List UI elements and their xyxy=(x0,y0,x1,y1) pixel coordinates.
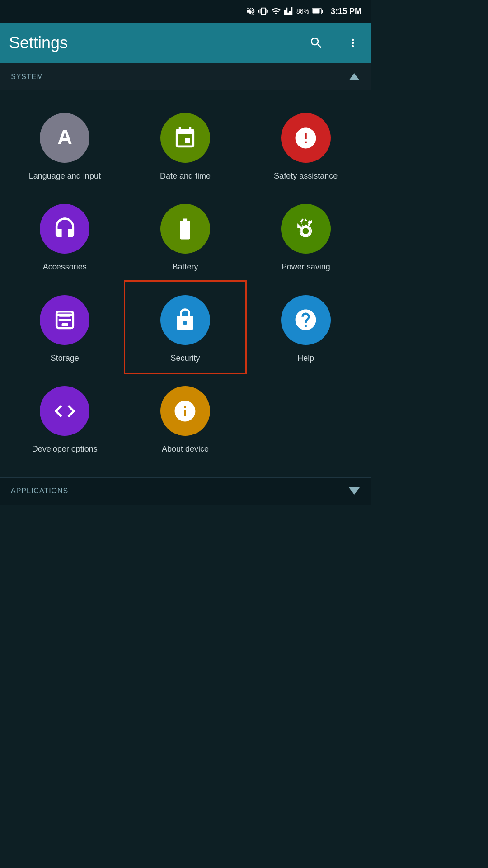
help-label: Help xyxy=(297,353,314,363)
developer-options-label: Developer options xyxy=(32,444,98,454)
status-bar: 86% 3:15 PM xyxy=(0,0,371,23)
page-title: Settings xyxy=(9,33,68,52)
power-saving-icon-circle xyxy=(281,204,331,254)
search-button[interactable] xyxy=(307,33,326,52)
grid-item-help[interactable]: Help xyxy=(245,282,366,373)
safety-assistance-icon-circle xyxy=(281,113,331,163)
power-saving-label: Power saving xyxy=(282,262,330,272)
system-collapse-icon xyxy=(349,73,360,80)
storage-label: Storage xyxy=(51,353,79,363)
signal-icon xyxy=(284,6,294,16)
applications-expand-icon xyxy=(349,487,360,495)
developer-options-icon-circle xyxy=(40,386,89,436)
svg-text:A: A xyxy=(57,126,72,149)
security-icon-circle xyxy=(160,295,210,345)
battery-icon xyxy=(312,7,324,15)
accessories-label: Accessories xyxy=(43,262,87,272)
wifi-icon xyxy=(271,6,281,16)
system-section-label: SYSTEM xyxy=(11,73,43,81)
grid-item-storage[interactable]: Storage xyxy=(5,282,125,373)
search-icon xyxy=(309,36,324,50)
vibrate-icon xyxy=(258,6,268,16)
grid-item-accessories[interactable]: Accessories xyxy=(5,190,125,281)
app-header: Settings xyxy=(0,23,371,63)
grid-item-about-device[interactable]: About device xyxy=(125,373,246,463)
svg-rect-1 xyxy=(312,9,319,14)
grid-item-language-input[interactable]: ALanguage and input xyxy=(5,99,125,190)
date-time-label: Date and time xyxy=(160,171,211,181)
grid-item-developer-options[interactable]: Developer options xyxy=(5,373,125,463)
security-label: Security xyxy=(170,353,200,363)
grid-item-power-saving[interactable]: Power saving xyxy=(245,190,366,281)
svg-rect-4 xyxy=(304,140,308,141)
battery-icon-circle xyxy=(160,204,210,254)
header-divider xyxy=(335,34,335,52)
svg-rect-6 xyxy=(59,315,71,317)
svg-rect-7 xyxy=(60,319,70,321)
status-time: 3:15 PM xyxy=(331,7,361,16)
more-options-icon xyxy=(347,37,359,49)
applications-section-header[interactable]: APPLICATIONS xyxy=(0,477,371,505)
language-input-label: Language and input xyxy=(29,171,101,181)
more-options-button[interactable] xyxy=(344,34,361,52)
grid-item-safety-assistance[interactable]: Safety assistance xyxy=(245,99,366,190)
about-device-icon-circle xyxy=(160,386,210,436)
battery-label: Battery xyxy=(172,262,198,272)
mute-icon xyxy=(246,6,256,16)
storage-icon-circle xyxy=(40,295,89,345)
help-icon-circle xyxy=(281,295,331,345)
svg-rect-2 xyxy=(322,10,323,13)
date-time-icon-circle xyxy=(160,113,210,163)
accessories-icon-circle xyxy=(40,204,89,254)
system-section-header[interactable]: SYSTEM xyxy=(0,63,371,90)
status-icons: 86% 3:15 PM xyxy=(246,6,361,16)
language-input-icon-circle: A xyxy=(40,113,89,163)
header-actions xyxy=(307,33,361,52)
about-device-label: About device xyxy=(162,444,209,454)
applications-section-label: APPLICATIONS xyxy=(11,487,68,495)
battery-percentage: 86% xyxy=(296,8,309,15)
grid-item-battery[interactable]: Battery xyxy=(125,190,246,281)
safety-assistance-label: Safety assistance xyxy=(274,171,338,181)
settings-grid: ALanguage and inputDate and timeSafety a… xyxy=(0,90,371,473)
grid-item-date-time[interactable]: Date and time xyxy=(125,99,246,190)
svg-rect-8 xyxy=(61,323,68,326)
grid-item-security[interactable]: Security xyxy=(124,280,247,374)
